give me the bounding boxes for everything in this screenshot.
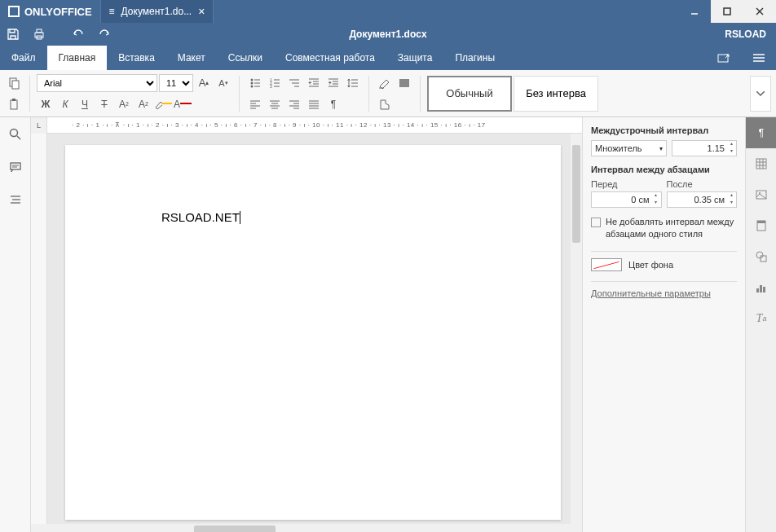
svg-rect-74 bbox=[757, 221, 765, 231]
align-center-button[interactable] bbox=[266, 95, 284, 113]
image-tab-icon[interactable] bbox=[746, 179, 776, 210]
app-logo: ONLYOFFICE bbox=[0, 6, 100, 18]
redo-button[interactable] bbox=[91, 23, 117, 46]
italic-button[interactable]: К bbox=[56, 95, 74, 113]
right-sidebar: ¶ Ta bbox=[745, 117, 776, 532]
page[interactable]: RSLOAD.NET bbox=[65, 145, 561, 520]
spacing-after-input[interactable]: 0.35 см▴▾ bbox=[667, 191, 738, 208]
numbering-button[interactable]: 123 bbox=[266, 74, 284, 92]
bold-button[interactable]: Ж bbox=[37, 95, 55, 113]
minimize-button[interactable] bbox=[678, 0, 711, 23]
style-nospacing[interactable]: Без интерва bbox=[514, 76, 598, 112]
user-label: RSLOAD bbox=[725, 29, 776, 40]
copy-style-button[interactable] bbox=[376, 95, 394, 113]
svg-rect-61 bbox=[11, 163, 20, 169]
style-gallery-expand[interactable] bbox=[750, 76, 771, 112]
copy-button[interactable] bbox=[5, 74, 23, 92]
page-container[interactable]: RSLOAD.NET bbox=[47, 134, 582, 524]
menu-insert[interactable]: Вставка bbox=[107, 46, 166, 70]
close-button[interactable] bbox=[743, 0, 776, 23]
line-spacing-button[interactable] bbox=[344, 74, 362, 92]
comments-icon[interactable] bbox=[7, 158, 24, 176]
menu-protect[interactable]: Защита bbox=[386, 46, 444, 70]
font-name-select[interactable]: Arial bbox=[37, 74, 157, 92]
chart-tab-icon[interactable] bbox=[746, 272, 776, 303]
svg-rect-6 bbox=[37, 36, 42, 39]
svg-rect-11 bbox=[10, 78, 16, 86]
svg-text:1: 1 bbox=[270, 77, 272, 82]
menu-layout[interactable]: Макет bbox=[166, 46, 217, 70]
svg-rect-4 bbox=[35, 33, 43, 37]
indent-button[interactable] bbox=[324, 74, 342, 92]
print-button[interactable] bbox=[26, 23, 52, 46]
menu-file[interactable]: Файл bbox=[0, 46, 47, 70]
outdent-button[interactable] bbox=[305, 74, 323, 92]
svg-point-15 bbox=[251, 78, 254, 81]
close-tab-icon[interactable]: × bbox=[198, 5, 205, 18]
subscript-button[interactable]: A2 bbox=[134, 95, 152, 113]
menu-collab[interactable]: Совместная работа bbox=[274, 46, 386, 70]
svg-rect-77 bbox=[761, 256, 766, 262]
line-spacing-value-input[interactable]: 1.15▴▾ bbox=[672, 140, 737, 156]
multilevel-button[interactable] bbox=[285, 74, 303, 92]
align-left-button[interactable] bbox=[246, 95, 264, 113]
shape-tab-icon[interactable] bbox=[746, 241, 776, 272]
header-tab-icon[interactable] bbox=[746, 210, 776, 241]
shading-button[interactable] bbox=[395, 74, 413, 92]
bg-color-swatch[interactable] bbox=[591, 258, 622, 271]
svg-rect-72 bbox=[756, 191, 766, 199]
document-area: L · 2 · ı · 1 · ı · ⊼ · ı · 1 · ı · 2 · … bbox=[31, 117, 582, 532]
tab-title: Документ1.do... bbox=[121, 6, 192, 17]
clear-format-button[interactable] bbox=[376, 74, 394, 92]
svg-rect-80 bbox=[763, 287, 765, 292]
paste-button[interactable] bbox=[5, 95, 23, 113]
svg-rect-1 bbox=[724, 8, 730, 15]
advanced-settings-link[interactable]: Дополнительные параметры bbox=[591, 288, 737, 298]
svg-rect-5 bbox=[37, 29, 42, 33]
textart-tab-icon[interactable]: Ta bbox=[746, 303, 776, 334]
svg-rect-7 bbox=[718, 55, 728, 62]
table-tab-icon[interactable] bbox=[746, 148, 776, 179]
style-normal[interactable]: Обычный bbox=[427, 76, 512, 112]
font-shrink-button[interactable]: A▾ bbox=[214, 74, 232, 92]
bullets-button[interactable] bbox=[246, 74, 264, 92]
spacing-before-input[interactable]: 0 см▴▾ bbox=[591, 191, 662, 208]
nonprinting-button[interactable]: ¶ bbox=[324, 95, 342, 113]
menu-plugins[interactable]: Плагины bbox=[443, 46, 506, 70]
font-color-button[interactable]: A bbox=[174, 95, 192, 113]
align-right-button[interactable] bbox=[285, 95, 303, 113]
document-tab[interactable]: ≡ Документ1.do... × bbox=[100, 0, 214, 23]
align-justify-button[interactable] bbox=[305, 95, 323, 113]
font-grow-button[interactable]: A▴ bbox=[195, 74, 213, 92]
ruler-vertical[interactable] bbox=[31, 134, 47, 524]
highlight-button[interactable] bbox=[154, 95, 172, 113]
search-icon[interactable] bbox=[7, 125, 24, 143]
menu-home[interactable]: Главная bbox=[47, 46, 108, 70]
undo-button[interactable] bbox=[65, 23, 91, 46]
svg-rect-13 bbox=[11, 100, 17, 109]
svg-rect-14 bbox=[12, 99, 15, 101]
hamburger-button[interactable] bbox=[742, 46, 776, 70]
strike-button[interactable]: T bbox=[95, 95, 113, 113]
superscript-button[interactable]: A2 bbox=[115, 95, 133, 113]
no-add-space-check[interactable]: Не добавлять интервал между абзацами одн… bbox=[591, 216, 737, 241]
horizontal-scrollbar[interactable] bbox=[31, 524, 582, 532]
workspace: L · 2 · ı · 1 · ı · ⊼ · ı · 1 · ı · 2 · … bbox=[0, 117, 776, 532]
ruler-horizontal[interactable]: L · 2 · ı · 1 · ı · ⊼ · ı · 1 · ı · 2 · … bbox=[31, 117, 582, 134]
line-spacing-type-select[interactable]: Множитель▾ bbox=[591, 140, 667, 156]
save-button[interactable] bbox=[0, 23, 26, 46]
open-location-button[interactable] bbox=[706, 46, 742, 70]
svg-text:2: 2 bbox=[270, 81, 272, 86]
vertical-scrollbar[interactable] bbox=[571, 134, 582, 524]
document-text[interactable]: RSLOAD.NET bbox=[161, 210, 240, 224]
ruler-h-scale[interactable]: · 2 · ı · 1 · ı · ⊼ · ı · 1 · ı · 2 · ı … bbox=[47, 117, 582, 133]
paragraph-tab-icon[interactable]: ¶ bbox=[746, 117, 776, 148]
app-name: ONLYOFFICE bbox=[24, 6, 92, 18]
headings-icon[interactable] bbox=[7, 191, 24, 209]
menu-links[interactable]: Ссылки bbox=[217, 46, 274, 70]
maximize-button[interactable] bbox=[711, 0, 743, 23]
font-size-select[interactable]: 11 bbox=[159, 74, 193, 92]
titlebar: ONLYOFFICE ≡ Документ1.do... × bbox=[0, 0, 776, 23]
checkbox-icon[interactable] bbox=[591, 218, 601, 227]
underline-button[interactable]: Ч bbox=[76, 95, 94, 113]
